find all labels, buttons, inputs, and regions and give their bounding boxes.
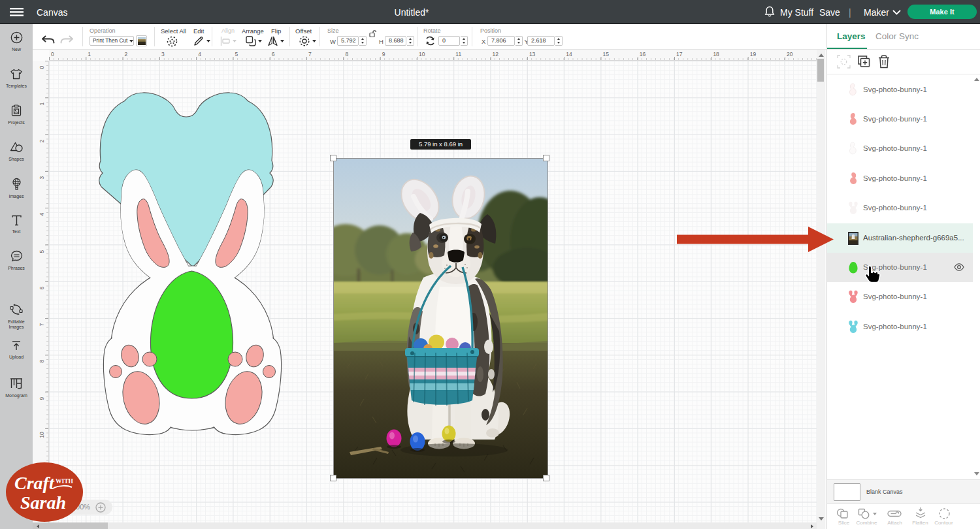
svg-text:Craft: Craft bbox=[14, 473, 55, 493]
svg-text:Sarah: Sarah bbox=[20, 492, 66, 513]
svg-text:WITH: WITH bbox=[56, 478, 74, 485]
